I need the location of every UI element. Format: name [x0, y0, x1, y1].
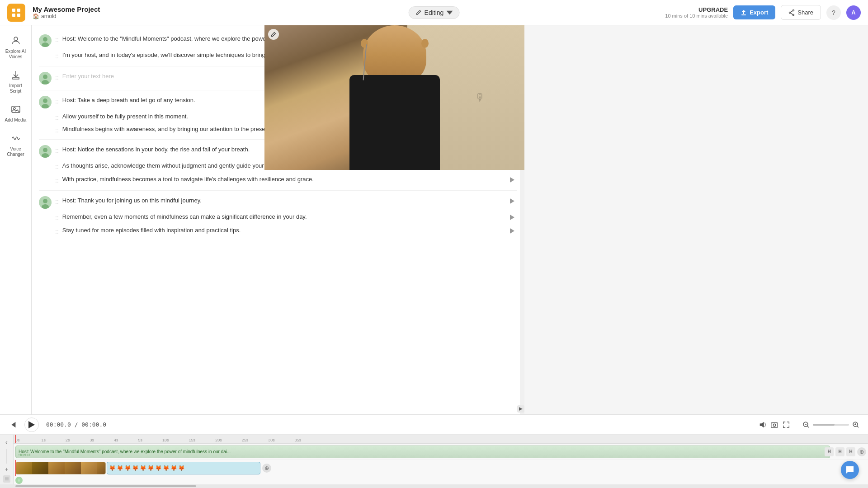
svg-point-20 [43, 99, 47, 103]
ruler-mark-4: 4s [114, 438, 118, 442]
fullscreen-button[interactable] [782, 421, 790, 429]
video-edit-icon[interactable] [268, 29, 279, 40]
drag-handle-6[interactable]: :: [55, 127, 59, 134]
timeline-scrollbar-thumb[interactable] [15, 485, 196, 487]
script-line-11: :: Remember, even a few moments of mindf… [32, 211, 524, 224]
video-audio-strip[interactable]: 🦊 🦊 🦊 🦊 🦊 🦊 🦊 🦊 🦊 🦊 [107, 462, 260, 474]
user-avatar[interactable]: A [846, 5, 861, 20]
drag-handle-1[interactable]: :: [55, 36, 59, 43]
sidebar-item-import-script[interactable]: Import Script [2, 65, 29, 98]
export-button[interactable]: Export [733, 5, 775, 19]
drag-handle-3[interactable]: :: [55, 74, 59, 81]
drag-handle-9[interactable]: :: [55, 177, 59, 184]
drag-handle-10[interactable]: :: [55, 198, 59, 205]
svg-rect-28 [771, 422, 778, 427]
audio-h-button-3[interactable]: H [846, 447, 855, 456]
svg-rect-3 [17, 14, 20, 17]
svg-point-29 [773, 424, 775, 426]
timeline-area: ‹ + 0s 1s 2s 3s 4s 5s [0, 435, 868, 484]
chat-icon [845, 465, 854, 474]
audio-track-settings-button[interactable]: ⊕ [857, 447, 866, 456]
add-track-button[interactable]: + [15, 477, 23, 484]
timeline-collapse-button[interactable]: ‹ [5, 438, 8, 446]
drag-handle-8[interactable]: :: [55, 163, 59, 170]
script-text-9[interactable]: With practice, mindfulness becomes a too… [62, 175, 504, 184]
drag-handle-2[interactable]: :: [55, 52, 59, 60]
svg-point-7 [789, 12, 791, 13]
ruler-mark-2: 2s [66, 438, 70, 442]
total-time: 00:00.0 [81, 421, 106, 428]
svg-rect-1 [17, 9, 20, 12]
video-track-row: 🦊 🦊 🦊 🦊 🦊 🦊 🦊 🦊 🦊 🦊 ⊕ [14, 460, 868, 476]
video-thumbnail-strip-1[interactable] [15, 462, 106, 474]
timeline-scrollbar[interactable] [0, 484, 868, 488]
avatar-host-5 [39, 196, 52, 209]
collapse-panel-button[interactable] [517, 405, 524, 413]
sidebar-item-voice-changer[interactable]: Voice Changer [2, 128, 29, 161]
video-preview-panel: 🎙 [264, 25, 524, 170]
drag-handle-7[interactable]: :: [55, 147, 59, 154]
timeline-tracks: 0s 1s 2s 3s 4s 5s 10s 15s 20s 25s 30s 35… [14, 435, 868, 484]
time-display: 00:00.0 / 00:00.0 [46, 421, 106, 428]
volume-button[interactable] [759, 421, 767, 429]
ruler-mark-15: 15s [189, 438, 196, 442]
audio-h-button-2[interactable]: H [835, 447, 844, 456]
svg-point-6 [793, 14, 794, 15]
share-button[interactable]: Share [781, 5, 821, 20]
drag-handle-4[interactable]: :: [55, 98, 59, 105]
audio-h-button-1[interactable]: H [825, 447, 834, 456]
help-button[interactable]: ? [826, 5, 841, 20]
script-text-12[interactable]: Stay tuned for more episodes filled with… [62, 226, 504, 235]
editing-mode-button[interactable]: Editing [409, 6, 460, 19]
help-icon: ? [832, 9, 835, 16]
sidebar-voice-changer-label: Voice Changer [4, 146, 28, 157]
sidebar: Explore AI Voices Import Script Add Medi… [0, 25, 32, 414]
add-media-icon [9, 103, 22, 116]
sidebar-item-explore-ai[interactable]: Explore AI Voices [2, 31, 29, 63]
drag-handle-12[interactable]: :: [55, 228, 59, 235]
drag-handle-11[interactable]: :: [55, 214, 59, 221]
playback-bar: 00:00.0 / 00:00.0 [0, 415, 868, 435]
script-text-10[interactable]: Host: Thank you for joining us on this m… [62, 196, 504, 205]
script-text-11[interactable]: Remember, even a few moments of mindfuln… [62, 212, 504, 221]
audio-track-row: Host: Welcome to the "Mindful Moments" p… [14, 444, 868, 460]
timeline-left-controls: ‹ + [0, 435, 14, 484]
voice-changer-icon [9, 132, 22, 145]
avatar-host-4 [39, 145, 52, 158]
zoom-slider[interactable] [813, 424, 849, 426]
upgrade-label: UPGRADE [665, 6, 728, 13]
camera-button[interactable] [770, 421, 778, 429]
bottom-area: 00:00.0 / 00:00.0 [0, 414, 868, 488]
project-info: My Awesome Project 🏠 arnold [33, 5, 665, 19]
edit-icon [415, 9, 422, 16]
play-line-11-button[interactable] [507, 212, 517, 222]
play-line-12-button[interactable] [507, 226, 517, 236]
app-logo[interactable] [7, 4, 25, 22]
svg-rect-0 [12, 9, 15, 12]
audio-track-controls: H H H ⊕ [825, 447, 866, 456]
topbar: My Awesome Project 🏠 arnold Editing UPGR… [0, 0, 868, 25]
timeline-settings-button[interactable] [3, 475, 10, 483]
play-pause-button[interactable] [24, 418, 39, 432]
zoom-in-button[interactable] [853, 422, 859, 428]
video-track-settings-button[interactable]: ⊕ [262, 464, 271, 473]
chat-bubble-button[interactable] [841, 461, 859, 479]
right-panel [524, 25, 868, 414]
video-track-controls: ⊕ [262, 464, 271, 473]
playback-right [759, 421, 859, 429]
import-script-icon [9, 69, 22, 81]
zoom-out-button[interactable] [803, 422, 809, 428]
ruler-mark-20: 20s [215, 438, 222, 442]
svg-rect-4 [741, 14, 746, 15]
audio-track-block[interactable]: Host: Welcome to the "Mindful Moments" p… [15, 446, 830, 458]
drag-handle-5[interactable]: :: [55, 114, 59, 121]
breadcrumb-text: arnold [41, 13, 56, 19]
script-line-12: :: Stay tuned for more episodes filled w… [32, 224, 524, 238]
timeline-track-add-button[interactable]: + [5, 466, 8, 473]
sidebar-item-add-media[interactable]: Add Media [2, 99, 29, 127]
play-line-9-button[interactable] [507, 175, 517, 185]
skip-back-button[interactable] [9, 421, 17, 429]
topbar-right: UPGRADE 10 mins of 10 mins available Exp… [665, 5, 861, 20]
svg-point-26 [43, 199, 47, 203]
play-line-10-button[interactable] [507, 196, 517, 206]
